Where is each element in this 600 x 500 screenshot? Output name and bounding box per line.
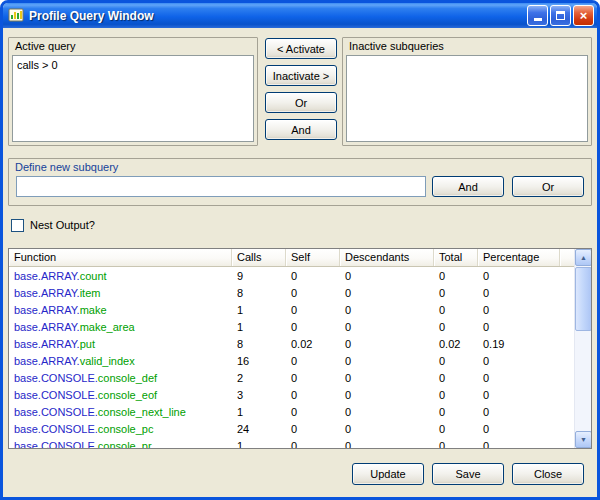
scroll-thumb[interactable] bbox=[575, 267, 592, 331]
maximize-button[interactable] bbox=[550, 5, 571, 26]
column-descendants[interactable]: Descendants bbox=[340, 249, 434, 266]
cell-total: 0 bbox=[434, 268, 478, 285]
cell-self: 0 bbox=[286, 421, 340, 438]
function-feature: console_next_line bbox=[98, 406, 186, 418]
window-title: Profile Query Window bbox=[29, 9, 525, 23]
cell-descendants: 0 bbox=[340, 404, 434, 421]
cell-descendants: 0 bbox=[340, 370, 434, 387]
inactivate-button[interactable]: Inactivate > bbox=[265, 65, 337, 86]
subquery-and-button[interactable]: And bbox=[432, 176, 504, 197]
function-feature: valid_index bbox=[80, 355, 135, 367]
cell-function: base.CONSOLE.console_pc bbox=[9, 421, 232, 438]
column-calls[interactable]: Calls bbox=[232, 249, 286, 266]
cell-descendants: 0 bbox=[340, 438, 434, 448]
scroll-up-button[interactable]: ▲ bbox=[575, 249, 592, 266]
cell-total: 0 bbox=[434, 421, 478, 438]
cell-function: base.CONSOLE.console_pr bbox=[9, 438, 232, 448]
results-table: Function Calls Self Descendants Total Pe… bbox=[8, 248, 592, 449]
cell-calls: 16 bbox=[232, 353, 286, 370]
table-row[interactable]: base.ARRAY.item 8 0 0 0 0 bbox=[9, 285, 574, 302]
cell-total: 0.02 bbox=[434, 336, 478, 353]
scroll-down-button[interactable]: ▼ bbox=[575, 431, 592, 448]
function-feature: make_area bbox=[80, 321, 135, 333]
inactive-subqueries-list[interactable] bbox=[346, 55, 588, 142]
function-feature: console_def bbox=[98, 372, 157, 384]
function-cluster: base. bbox=[14, 321, 41, 333]
function-class: ARRAY. bbox=[41, 287, 80, 299]
cell-calls: 1 bbox=[232, 302, 286, 319]
cell-percentage: 0.19 bbox=[478, 336, 560, 353]
cell-total: 0 bbox=[434, 387, 478, 404]
subquery-input[interactable] bbox=[16, 176, 426, 197]
table-row[interactable]: base.ARRAY.make_area 1 0 0 0 0 bbox=[9, 319, 574, 336]
function-class: CONSOLE. bbox=[41, 372, 98, 384]
function-class: CONSOLE. bbox=[41, 440, 98, 448]
cell-function: base.ARRAY.item bbox=[9, 285, 232, 302]
cell-percentage: 0 bbox=[478, 387, 560, 404]
query-item[interactable]: calls > 0 bbox=[17, 58, 249, 72]
table-row[interactable]: base.CONSOLE.console_pr 1 0 0 0 0 bbox=[9, 438, 574, 448]
table-row[interactable]: base.CONSOLE.console_next_line 1 0 0 0 0 bbox=[9, 404, 574, 421]
column-percentage[interactable]: Percentage bbox=[478, 249, 560, 266]
column-total[interactable]: Total bbox=[434, 249, 478, 266]
close-button[interactable]: Close bbox=[512, 463, 584, 485]
cell-calls: 8 bbox=[232, 285, 286, 302]
profile-query-window: Profile Query Window × Active query call… bbox=[0, 0, 600, 500]
table-row[interactable]: base.CONSOLE.console_def 2 0 0 0 0 bbox=[9, 370, 574, 387]
close-window-button[interactable]: × bbox=[573, 5, 594, 26]
cell-self: 0 bbox=[286, 387, 340, 404]
table-row[interactable]: base.ARRAY.count 9 0 0 0 0 bbox=[9, 268, 574, 285]
function-feature: make bbox=[80, 304, 107, 316]
function-feature: count bbox=[80, 270, 107, 282]
function-cluster: base. bbox=[14, 355, 41, 367]
maximize-icon bbox=[556, 11, 565, 20]
subquery-or-button[interactable]: Or bbox=[512, 176, 584, 197]
cell-self: 0 bbox=[286, 285, 340, 302]
column-self[interactable]: Self bbox=[286, 249, 340, 266]
update-button[interactable]: Update bbox=[352, 463, 424, 485]
cell-total: 0 bbox=[434, 404, 478, 421]
table-row[interactable]: base.ARRAY.put 8 0.02 0 0.02 0.19 bbox=[9, 336, 574, 353]
minimize-icon bbox=[534, 18, 542, 21]
minimize-button[interactable] bbox=[527, 5, 548, 26]
inactive-subqueries-label: Inactive subqueries bbox=[343, 38, 591, 54]
cell-self: 0.02 bbox=[286, 336, 340, 353]
activate-button[interactable]: < Activate bbox=[265, 38, 337, 59]
table-row[interactable]: base.CONSOLE.console_eof 3 0 0 0 0 bbox=[9, 387, 574, 404]
close-icon: × bbox=[580, 9, 588, 22]
table-row[interactable]: base.CONSOLE.console_pc 24 0 0 0 0 bbox=[9, 421, 574, 438]
function-class: ARRAY. bbox=[41, 355, 80, 367]
table-row[interactable]: base.ARRAY.make 1 0 0 0 0 bbox=[9, 302, 574, 319]
table-row[interactable]: base.ARRAY.valid_index 16 0 0 0 0 bbox=[9, 353, 574, 370]
titlebar[interactable]: Profile Query Window × bbox=[3, 3, 597, 28]
cell-percentage: 0 bbox=[478, 404, 560, 421]
cell-self: 0 bbox=[286, 302, 340, 319]
function-class: CONSOLE. bbox=[41, 389, 98, 401]
function-class: ARRAY. bbox=[41, 270, 80, 282]
table-header: Function Calls Self Descendants Total Pe… bbox=[9, 249, 591, 267]
cell-descendants: 0 bbox=[340, 336, 434, 353]
cell-percentage: 0 bbox=[478, 268, 560, 285]
vertical-scrollbar[interactable]: ▲ ▼ bbox=[574, 249, 591, 448]
column-function[interactable]: Function bbox=[9, 249, 232, 266]
cell-calls: 1 bbox=[232, 404, 286, 421]
nest-output-row: Nest Output? bbox=[11, 218, 95, 232]
or-transfer-button[interactable]: Or bbox=[265, 92, 337, 113]
and-transfer-button[interactable]: And bbox=[265, 119, 337, 140]
active-query-list[interactable]: calls > 0 bbox=[12, 55, 254, 142]
function-feature: put bbox=[80, 338, 95, 350]
cell-self: 0 bbox=[286, 404, 340, 421]
function-class: ARRAY. bbox=[41, 338, 80, 350]
define-subquery-label: Define new subquery bbox=[9, 159, 591, 175]
nest-output-checkbox[interactable] bbox=[11, 219, 24, 232]
cell-percentage: 0 bbox=[478, 302, 560, 319]
cell-descendants: 0 bbox=[340, 302, 434, 319]
function-cluster: base. bbox=[14, 406, 41, 418]
function-cluster: base. bbox=[14, 389, 41, 401]
function-cluster: base. bbox=[14, 423, 41, 435]
cell-percentage: 0 bbox=[478, 319, 560, 336]
cell-descendants: 0 bbox=[340, 387, 434, 404]
cell-self: 0 bbox=[286, 353, 340, 370]
cell-self: 0 bbox=[286, 438, 340, 448]
save-button[interactable]: Save bbox=[432, 463, 504, 485]
